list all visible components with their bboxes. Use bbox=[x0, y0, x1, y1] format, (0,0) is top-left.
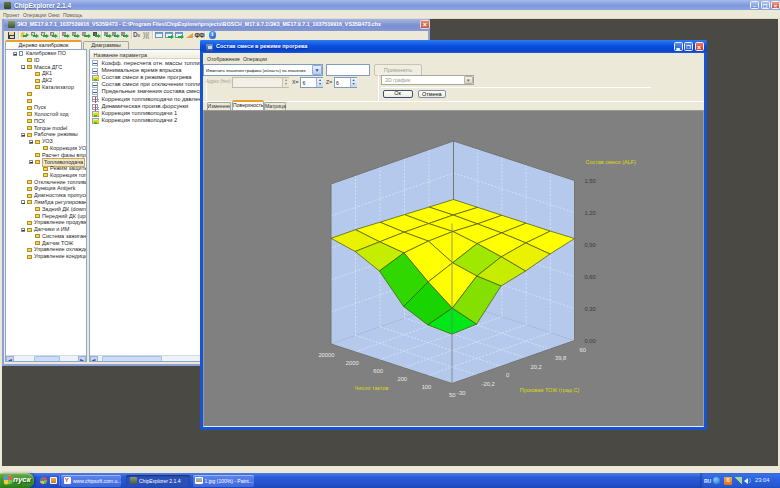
svg-text:-30: -30 bbox=[457, 390, 465, 396]
svg-text:50: 50 bbox=[449, 392, 455, 398]
svg-text:0,90: 0,90 bbox=[585, 242, 596, 248]
svg-text:0,60: 0,60 bbox=[585, 274, 596, 280]
svg-text:600: 600 bbox=[373, 368, 383, 374]
svg-text:Число тактов: Число тактов bbox=[355, 385, 389, 391]
svg-text:60: 60 bbox=[580, 347, 586, 353]
svg-text:0,30: 0,30 bbox=[585, 306, 596, 312]
svg-text:2000: 2000 bbox=[346, 360, 359, 366]
svg-text:1,20: 1,20 bbox=[585, 210, 596, 216]
svg-text:100: 100 bbox=[422, 384, 432, 390]
svg-text:20,2: 20,2 bbox=[531, 364, 542, 370]
svg-text:0: 0 bbox=[506, 372, 509, 378]
svg-text:20000: 20000 bbox=[318, 352, 334, 358]
svg-text:39,8: 39,8 bbox=[555, 355, 566, 361]
svg-text:200: 200 bbox=[397, 376, 407, 382]
svg-text:Состав смеси (ALF): Состав смеси (ALF) bbox=[586, 159, 637, 165]
svg-text:Пусковая ТОЖ (град С): Пусковая ТОЖ (град С) bbox=[520, 387, 580, 393]
svg-text:-20,2: -20,2 bbox=[482, 381, 495, 387]
svg-text:1,50: 1,50 bbox=[585, 178, 596, 184]
svg-text:0,00: 0,00 bbox=[585, 338, 596, 344]
